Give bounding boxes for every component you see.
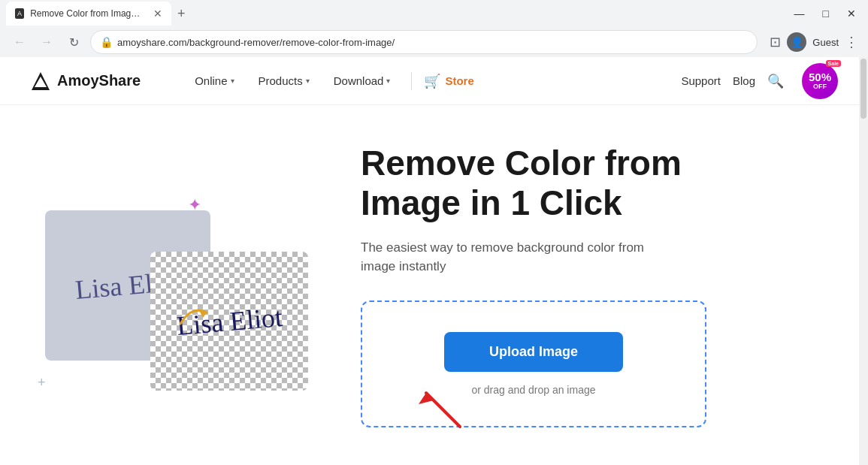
logo-icon (30, 71, 51, 92)
nav-online[interactable]: Online ▾ (186, 68, 243, 93)
url-text: amoyshare.com/background-remover/remove-… (117, 37, 748, 48)
nav-right: Support Blog 🔍 Sale 50% OFF (681, 63, 838, 99)
nav-divider (411, 72, 412, 90)
arrow-annotation (407, 378, 467, 433)
toggle-sidebar-icon[interactable]: ⊡ (770, 34, 781, 50)
url-input[interactable]: 🔒 amoyshare.com/background-remover/remov… (90, 30, 758, 54)
after-image: Lisa Eliot (150, 252, 308, 391)
forward-button[interactable]: → (36, 32, 57, 53)
arrow-decoration (177, 301, 214, 334)
back-button[interactable]: ← (9, 32, 30, 53)
drag-drop-text: or drag and drop an image (472, 384, 596, 396)
hero-section: Lisa Eliot ✦ + Lisa Eliot (0, 105, 868, 465)
browser-menu-button[interactable]: ⋮ (845, 34, 859, 50)
maximize-button[interactable]: □ (817, 6, 835, 21)
browser-actions: ⊡ 👤 Guest ⋮ (770, 32, 859, 52)
tab-close-button[interactable]: ✕ (153, 8, 162, 20)
hero-subtitle: The easiest way to remove background col… (361, 238, 676, 276)
browser-window: A Remove Color from Image Instar ✕ + — □… (0, 0, 868, 57)
scrollbar-thumb[interactable] (860, 59, 866, 119)
nav-store[interactable]: 🛒 Store (424, 73, 473, 89)
minimize-button[interactable]: — (788, 6, 811, 21)
hero-content: Remove Color from Image in 1 Click The e… (361, 143, 838, 427)
tab-favicon: A (15, 8, 24, 19)
nav-products[interactable]: Products ▾ (250, 68, 319, 93)
tab-title: Remove Color from Image Instar (30, 8, 144, 19)
logo-text: AmoyShare (57, 72, 141, 89)
address-bar: ← → ↻ 🔒 amoyshare.com/background-remover… (0, 27, 868, 57)
profile-button[interactable]: 👤 (787, 32, 806, 52)
window-controls: — □ ✕ (788, 6, 862, 21)
upload-image-button[interactable]: Upload Image (444, 332, 623, 372)
sale-percent: 50% (809, 71, 831, 83)
chevron-down-icon: ▾ (386, 77, 390, 85)
sparkle-icon: ✦ (188, 195, 201, 215)
plus-icon: + (38, 375, 46, 391)
scrollbar[interactable] (859, 57, 868, 465)
cart-icon: 🛒 (424, 73, 440, 89)
nav-links: Online ▾ Products ▾ Download ▾ 🛒 Store (186, 68, 681, 93)
new-tab-button[interactable]: + (177, 6, 186, 22)
logo[interactable]: AmoyShare (30, 71, 141, 92)
browser-tab[interactable]: A Remove Color from Image Instar ✕ (6, 2, 171, 26)
hero-title: Remove Color from Image in 1 Click (361, 143, 838, 223)
search-icon[interactable]: 🔍 (767, 73, 784, 89)
nav-blog[interactable]: Blog (733, 74, 755, 87)
profile-label: Guest (812, 37, 839, 48)
lock-icon: 🔒 (100, 36, 113, 48)
svg-marker-4 (419, 393, 434, 404)
sale-tag-label: Sale (826, 60, 841, 67)
nav-support[interactable]: Support (681, 74, 721, 87)
sale-badge[interactable]: Sale 50% OFF (802, 63, 838, 99)
hero-illustration: Lisa Eliot ✦ + Lisa Eliot (30, 188, 316, 398)
upload-zone[interactable]: Upload Image or drag and drop an image (361, 300, 706, 427)
close-button[interactable]: ✕ (841, 6, 862, 21)
page-content: AmoyShare Online ▾ Products ▾ Download ▾… (0, 57, 868, 465)
nav-download[interactable]: Download ▾ (325, 68, 400, 93)
site-nav: AmoyShare Online ▾ Products ▾ Download ▾… (0, 57, 868, 105)
chevron-down-icon: ▾ (306, 77, 310, 85)
chevron-down-icon: ▾ (231, 77, 234, 85)
sale-off: OFF (813, 83, 827, 90)
refresh-button[interactable]: ↻ (63, 32, 84, 53)
